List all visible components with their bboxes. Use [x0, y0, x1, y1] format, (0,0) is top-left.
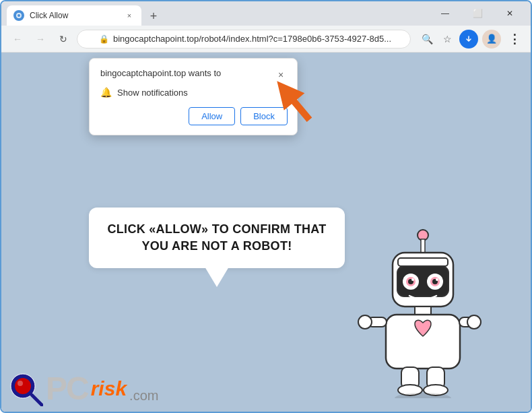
lock-icon: 🔒 [99, 34, 109, 44]
forward-button[interactable]: → [31, 30, 50, 49]
bell-icon: 🔔 [100, 87, 112, 98]
svg-point-20 [358, 315, 372, 329]
popup-permission: 🔔 Show notifications [100, 87, 288, 98]
svg-marker-3 [267, 73, 320, 129]
window-controls: — ⬜ ✕ [430, 3, 525, 24]
tab-bar: Click Allow × + [7, 1, 426, 26]
popup-header: bingocaptchapoint.top wants to × [100, 68, 288, 82]
search-icon-button[interactable]: 🔍 [418, 30, 436, 49]
com-logo-text: .com [129, 388, 158, 404]
browser-window: Click Allow × + — ⬜ ✕ ← → ↻ 🔒 bingocaptc… [0, 0, 532, 413]
svg-line-31 [32, 395, 42, 405]
tab-title: Click Allow [30, 11, 119, 20]
magnifier-icon [8, 371, 43, 406]
tab-favicon [13, 10, 24, 21]
profile-button[interactable]: 👤 [482, 30, 501, 49]
title-bar: Click Allow × + — ⬜ ✕ [1, 1, 531, 26]
allow-button[interactable]: Allow [189, 107, 235, 125]
address-input[interactable]: 🔒 bingocaptchapoint.top/robot4/index.htm… [77, 30, 411, 49]
url-text: bingocaptchapoint.top/robot4/index.html?… [113, 34, 391, 44]
menu-button[interactable]: ⋮ [505, 30, 524, 49]
svg-point-30 [18, 381, 23, 386]
svg-rect-7 [398, 258, 448, 266]
back-button[interactable]: ← [8, 30, 27, 49]
bookmark-icon-button[interactable]: ☆ [438, 30, 457, 49]
popup-permission-text: Show notifications [117, 88, 188, 98]
minimize-button[interactable]: — [430, 3, 461, 24]
svg-point-1 [18, 14, 20, 17]
arrow-indicator [264, 71, 318, 125]
pcrisk-logo: PC risk .com [8, 371, 158, 406]
svg-point-29 [15, 378, 31, 394]
popup-site-text: bingocaptchapoint.top wants to [100, 68, 221, 78]
close-button[interactable]: ✕ [494, 3, 525, 24]
svg-rect-17 [415, 307, 431, 315]
risk-logo-text: risk [91, 377, 127, 400]
active-tab[interactable]: Click Allow × [7, 5, 141, 26]
address-bar: ← → ↻ 🔒 bingocaptchapoint.top/robot4/ind… [1, 26, 531, 53]
refresh-button[interactable]: ↻ [54, 30, 73, 49]
page-content: bingocaptchapoint.top wants to × 🔔 Show … [1, 53, 531, 412]
maximize-button[interactable]: ⬜ [462, 3, 493, 24]
tab-close-button[interactable]: × [124, 10, 135, 21]
new-tab-button[interactable]: + [144, 7, 163, 26]
svg-point-16 [436, 278, 438, 281]
pc-logo-text: PC [46, 373, 88, 405]
svg-rect-5 [421, 239, 425, 254]
speech-bubble: CLICK «ALLOW» TO CONFIRM THAT YOU ARE NO… [89, 208, 345, 268]
svg-point-12 [411, 278, 414, 281]
bubble-text: CLICK «ALLOW» TO CONFIRM THAT YOU ARE NO… [105, 221, 329, 255]
popup-buttons: Allow Block [100, 107, 288, 125]
robot-illustration [356, 223, 490, 398]
svg-point-22 [467, 315, 481, 329]
download-icon-button[interactable] [459, 30, 478, 49]
address-actions: 🔍 ☆ [418, 30, 478, 49]
